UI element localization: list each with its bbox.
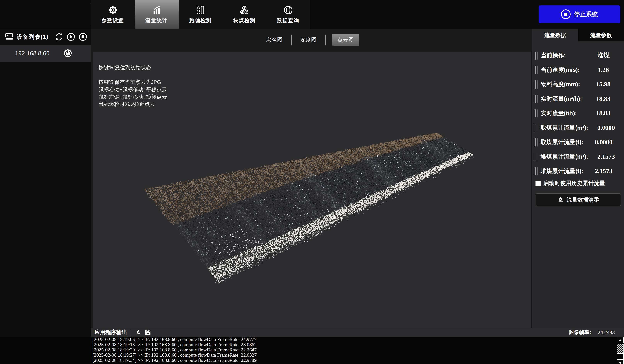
tab-depth-map[interactable]: 深度图 [298, 34, 319, 46]
gear-icon [108, 5, 118, 15]
tab-separator [291, 35, 292, 45]
stop-circle-icon [561, 9, 571, 19]
toolbar-button-coal-detect[interactable]: 块煤检测 [222, 0, 266, 29]
top-toolbar: 参数设置 流量统计 跑偏检测 [0, 0, 624, 29]
application-output-log[interactable]: [2025-02-08 18:19:06] >> IP: 192.168.8.6… [0, 337, 624, 364]
instruction-line: 鼠标滚轮: 拉远/拉近点云 [99, 100, 167, 108]
toolbar-label: 参数设置 [102, 17, 124, 24]
main-content: 彩色图 深度图 点云图 按键'R'复位到初始状态 按键'S'保存当前点云为JPG… [91, 29, 532, 328]
toolbar-button-flow-stats[interactable]: 流量统计 [135, 0, 179, 29]
flow-value: 2.1573 [588, 153, 624, 160]
flow-panel-tabs: 流量数据 流量参数 [532, 29, 624, 42]
toolbar-label: 数据查询 [277, 17, 299, 24]
flow-chart-icon [152, 5, 162, 15]
instruction-line: 按键'R'复位到初始状态 [99, 64, 167, 71]
history-flow-checkbox-row[interactable]: 启动时使用历史累计流量 [532, 179, 624, 188]
tab-point-cloud[interactable]: 点云图 [333, 34, 359, 46]
flow-row-stack-total-t: 堆煤累计流量(t): 2.1573 [532, 164, 624, 179]
clear-log-brush-icon[interactable] [135, 329, 141, 336]
log-line: [2025-02-08 18:19:13] >> IP: 192.168.8.6… [92, 342, 624, 347]
flow-row-current-speed: 当前速度(m/s): 1.26 [532, 63, 624, 77]
device-list-icon [5, 33, 14, 41]
toolbar-label: 流量统计 [145, 17, 168, 24]
application-window: 参数设置 流量统计 跑偏检测 [0, 0, 624, 364]
device-row[interactable]: 192.168.8.60 [0, 45, 91, 62]
power-button[interactable] [63, 49, 72, 58]
output-title: 应用程序输出 [95, 329, 127, 336]
flow-data-rows: 当前操作: 堆煤 当前速度(m/s): 1.26 物料高度(mm): 15.98… [532, 48, 624, 179]
tab-flow-data[interactable]: 流量数据 [532, 29, 578, 42]
scroll-down-button[interactable] [617, 360, 624, 364]
instruction-gap [99, 71, 167, 78]
start-device-button[interactable] [66, 32, 75, 41]
log-top-divider [91, 337, 242, 337]
deviation-icon [196, 5, 206, 15]
toolbar-label: 块煤检测 [233, 17, 256, 24]
device-list-title: 设备列表(1) [17, 33, 48, 41]
log-scrollbar[interactable] [617, 337, 624, 364]
coal-lumps-icon [239, 5, 249, 15]
flow-row-material-height: 物料高度(mm): 15.98 [532, 77, 624, 92]
output-statusbar: 应用程序输出 图像帧率: 24.2483 [91, 328, 624, 337]
toolbar-button-settings[interactable]: 参数设置 [91, 0, 135, 29]
flow-value: 15.98 [582, 81, 624, 88]
device-ip: 192.168.8.60 [15, 49, 50, 57]
scrollbar-track-box [617, 353, 624, 360]
flow-row-realtime-flow-m3h: 实时流量(m³/h): 18.83 [532, 92, 624, 106]
flow-row-stack-total-m3: 堆煤累计流量(m³): 2.1573 [532, 150, 624, 164]
log-line: [2025-02-08 18:19:34] >> IP: 192.168.8.6… [92, 358, 624, 363]
tab-flow-params[interactable]: 流量参数 [578, 29, 624, 42]
clear-flow-data-label: 流量数据清零 [567, 196, 599, 204]
clear-flow-data-button[interactable]: 流量数据清零 [536, 193, 621, 206]
flow-data-panel: 流量数据 流量参数 当前操作: 堆煤 当前速度(m/s): 1.26 物料高度(… [532, 29, 624, 328]
history-flow-checkbox[interactable] [535, 181, 541, 186]
save-log-floppy-icon[interactable] [145, 329, 151, 336]
log-line: [2025-02-08 18:19:20] >> IP: 192.168.8.6… [92, 347, 624, 352]
image-framerate-value: 24.2483 [598, 329, 615, 336]
view-tab-bar: 彩色图 深度图 点云图 [91, 34, 532, 46]
flow-value: 18.83 [582, 110, 624, 117]
instruction-line: 鼠标右键+鼠标移动: 平移点云 [99, 86, 167, 93]
device-list-header: 设备列表(1) [0, 29, 91, 45]
scroll-up-button[interactable] [617, 337, 624, 343]
tab-separator [325, 35, 326, 45]
stop-device-button[interactable] [78, 32, 87, 41]
device-sidebar: 设备列表(1) [0, 29, 91, 337]
log-line: [2025-02-08 18:19:06] >> IP: 192.168.8.6… [92, 337, 624, 342]
flow-row-current-operation: 当前操作: 堆煤 [532, 48, 624, 63]
toolbar-button-data-query[interactable]: 数据查询 [266, 0, 310, 29]
flow-value: 0.0000 [588, 124, 624, 131]
point-cloud-viewport[interactable]: 按键'R'复位到初始状态 按键'S'保存当前点云为JPG 鼠标右键+鼠标移动: … [93, 51, 531, 328]
instruction-line: 鼠标左键+鼠标移动: 旋转点云 [99, 93, 167, 100]
stop-system-label: 停止系统 [574, 10, 598, 18]
instruction-line: 按键'S'保存当前点云为JPG [99, 78, 167, 86]
flow-value: 2.1573 [583, 168, 624, 175]
flow-value: 0.0000 [583, 139, 624, 146]
viewport-instructions: 按键'R'复位到初始状态 按键'S'保存当前点云为JPG 鼠标右键+鼠标移动: … [99, 64, 167, 108]
image-framerate-label: 图像帧率: [569, 329, 591, 336]
flow-row-realtime-flow-th: 实时流量(t/h): 18.83 [532, 106, 624, 121]
flow-row-reclaim-total-t: 取煤累计流量(t): 0.0000 [532, 135, 624, 150]
flow-value: 18.83 [582, 95, 624, 102]
log-line: [2025-02-08 18:19:27] >> IP: 192.168.8.6… [92, 352, 624, 358]
toolbar-button-deviation[interactable]: 跑偏检测 [179, 0, 222, 29]
statusbar-divider [131, 329, 131, 336]
globe-icon [283, 5, 293, 15]
history-flow-checkbox-label: 启动时使用历史累计流量 [544, 179, 605, 187]
refresh-devices-button[interactable] [54, 32, 63, 41]
stop-system-button[interactable]: 停止系统 [539, 5, 620, 23]
brush-icon [557, 196, 564, 203]
device-list-actions [54, 32, 91, 41]
scrollbar-thumb[interactable] [617, 344, 624, 353]
image-framerate: 图像帧率: 24.2483 [569, 329, 624, 336]
flow-row-reclaim-total-m3: 取煤累计流量(m³): 0.0000 [532, 121, 624, 135]
flow-value: 1.26 [582, 66, 624, 73]
toolbar-label: 跑偏检测 [189, 17, 212, 24]
tab-color-map[interactable]: 彩色图 [264, 34, 285, 46]
flow-value: 堆煤 [582, 51, 624, 60]
